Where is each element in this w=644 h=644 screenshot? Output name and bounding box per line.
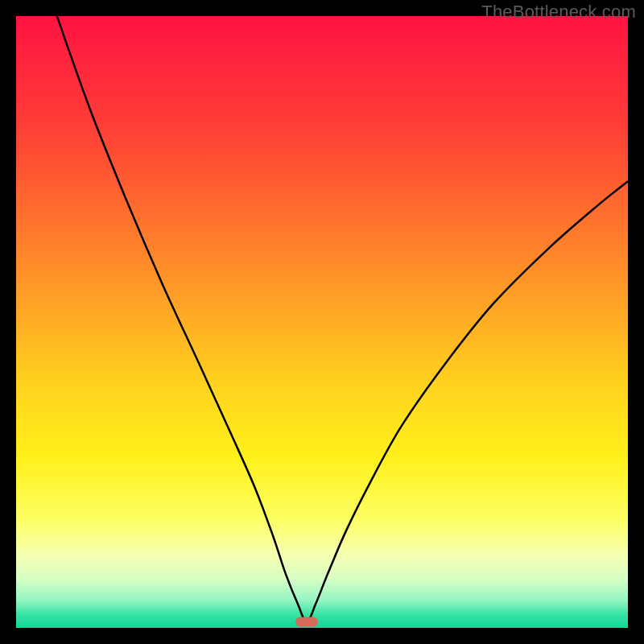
gradient-background: [16, 16, 628, 628]
optimal-marker: [295, 617, 318, 626]
chart-frame: TheBottleneck.com: [0, 0, 644, 644]
chart-svg: [16, 16, 628, 628]
watermark-text: TheBottleneck.com: [481, 2, 636, 23]
plot-area: [16, 16, 628, 628]
